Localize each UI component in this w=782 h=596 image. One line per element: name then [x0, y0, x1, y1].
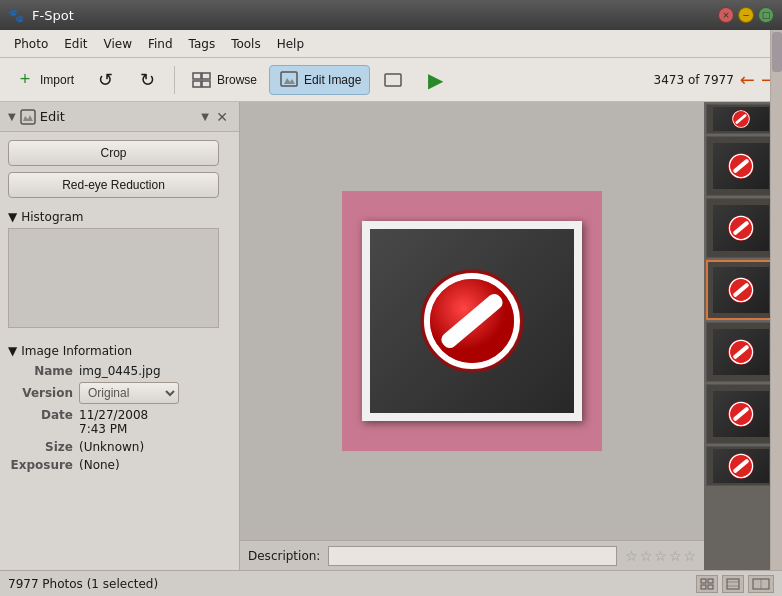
histogram-label: Histogram: [21, 210, 83, 224]
description-label: Description:: [248, 549, 320, 563]
svg-rect-43: [727, 579, 739, 589]
toolbar: + Import ↺ ↻ Browse Edit Image: [0, 58, 782, 102]
edit-header: ▼ Edit ▼ ✕: [0, 102, 239, 132]
play-icon: ▶: [424, 69, 446, 91]
info-version-row: Version Original: [8, 382, 219, 404]
film-no-entry-3: [724, 276, 758, 304]
histogram-area: [8, 228, 219, 328]
star-1[interactable]: ☆: [625, 548, 638, 564]
film-thumb-0[interactable]: [706, 104, 776, 134]
titlebar: 🐾 F-Spot × − □: [0, 0, 782, 30]
image-view: [240, 102, 704, 540]
prev-button[interactable]: ←: [740, 69, 755, 90]
edit-panel-label: Edit: [40, 109, 121, 124]
separator-1: [174, 66, 175, 94]
star-5[interactable]: ☆: [683, 548, 696, 564]
maximize-button[interactable]: □: [758, 7, 774, 23]
edit-close-button[interactable]: ✕: [213, 108, 231, 126]
menu-view[interactable]: View: [95, 34, 139, 54]
menubar: Photo Edit View Find Tags Tools Help: [0, 30, 782, 58]
svg-rect-42: [708, 585, 713, 589]
film-thumb-inner-4: [713, 329, 769, 375]
view-mode-btn-3[interactable]: [748, 575, 774, 593]
size-label: Size: [8, 440, 73, 454]
info-name-row: Name img_0445.jpg: [8, 364, 219, 378]
browse-button[interactable]: Browse: [183, 66, 265, 94]
date-value: 11/27/20087:43 PM: [79, 408, 148, 436]
film-thumb-inner-3: [713, 267, 769, 313]
exposure-label: Exposure: [8, 458, 73, 472]
center-panel: Description: ☆ ☆ ☆ ☆ ☆: [240, 102, 704, 570]
statusbar: 7977 Photos (1 selected): [0, 570, 782, 596]
film-thumb-3[interactable]: [706, 260, 776, 320]
film-no-entry-2: [724, 214, 758, 242]
fullscreen-button[interactable]: [374, 66, 412, 94]
size-value: (Unknown): [79, 440, 144, 454]
film-thumb-6[interactable]: [706, 446, 776, 486]
menu-tools[interactable]: Tools: [223, 34, 269, 54]
film-no-entry-5: [724, 400, 758, 428]
import-button[interactable]: + Import: [6, 66, 82, 94]
film-thumb-4[interactable]: [706, 322, 776, 382]
svg-rect-1: [202, 73, 210, 79]
histogram-section: ▼ Histogram: [0, 206, 239, 332]
star-2[interactable]: ☆: [640, 548, 653, 564]
slideshow-button[interactable]: ▶: [416, 66, 454, 94]
menu-photo[interactable]: Photo: [6, 34, 56, 54]
svg-rect-0: [193, 73, 201, 79]
titlebar-title: F-Spot: [32, 8, 74, 23]
photo-background: [370, 229, 574, 413]
version-select[interactable]: Original: [79, 382, 179, 404]
image-info-section: ▼ Image Information Name img_0445.jpg Ve…: [0, 340, 239, 480]
star-3[interactable]: ☆: [654, 548, 667, 564]
description-input[interactable]: [328, 546, 617, 566]
close-button[interactable]: ×: [718, 7, 734, 23]
description-bar: Description: ☆ ☆ ☆ ☆ ☆: [240, 540, 704, 570]
left-panel: ▼ Edit ▼ ✕ Crop Red-eye Reduction: [0, 102, 240, 570]
film-thumb-5[interactable]: [706, 384, 776, 444]
film-thumb-inner-0: [713, 107, 769, 131]
name-value: img_0445.jpg: [79, 364, 161, 378]
image-info-header[interactable]: ▼ Image Information: [8, 344, 219, 358]
film-no-entry-0: [727, 109, 755, 129]
crop-button[interactable]: Crop: [8, 140, 219, 166]
minimize-button[interactable]: −: [738, 7, 754, 23]
info-exposure-row: Exposure (None): [8, 458, 219, 472]
svg-rect-2: [193, 81, 201, 87]
view-mode-btn-1[interactable]: [696, 575, 718, 593]
menu-tags[interactable]: Tags: [181, 34, 224, 54]
undo-button[interactable]: ↺: [86, 66, 124, 94]
svg-rect-41: [701, 585, 706, 589]
view-mode-btn-2[interactable]: [722, 575, 744, 593]
edit-panel-dropdown[interactable]: ▼: [201, 111, 209, 122]
no-entry-sign: [417, 266, 527, 376]
undo-icon: ↺: [94, 69, 116, 91]
star-rating: ☆ ☆ ☆ ☆ ☆: [625, 548, 696, 564]
film-thumb-inner-2: [713, 205, 769, 251]
edit-image-button[interactable]: Edit Image: [269, 65, 370, 95]
histogram-header[interactable]: ▼ Histogram: [8, 210, 219, 224]
red-eye-button[interactable]: Red-eye Reduction: [8, 172, 219, 198]
left-panel-content: Crop Red-eye Reduction ▼ Histogram ▼ Ima…: [0, 132, 239, 570]
svg-rect-40: [708, 579, 713, 583]
histogram-arrow: ▼: [8, 210, 17, 224]
film-thumb-1[interactable]: [706, 136, 776, 196]
film-thumb-inner-6: [713, 449, 769, 483]
redo-button[interactable]: ↻: [128, 66, 166, 94]
photo-frame: [342, 191, 602, 451]
date-label: Date: [8, 408, 73, 422]
menu-find[interactable]: Find: [140, 34, 181, 54]
film-thumb-inner-1: [713, 143, 769, 189]
menu-edit[interactable]: Edit: [56, 34, 95, 54]
redo-icon: ↻: [136, 69, 158, 91]
edit-expand-arrow[interactable]: ▼: [8, 111, 16, 122]
svg-rect-6: [21, 110, 35, 124]
photo-inner: [362, 221, 582, 421]
film-thumb-2[interactable]: [706, 198, 776, 258]
import-label: Import: [40, 73, 74, 87]
star-4[interactable]: ☆: [669, 548, 682, 564]
film-thumb-inner-5: [713, 391, 769, 437]
edit-header-icon: [20, 109, 36, 125]
menu-help[interactable]: Help: [269, 34, 312, 54]
edit-image-icon: [278, 69, 300, 91]
